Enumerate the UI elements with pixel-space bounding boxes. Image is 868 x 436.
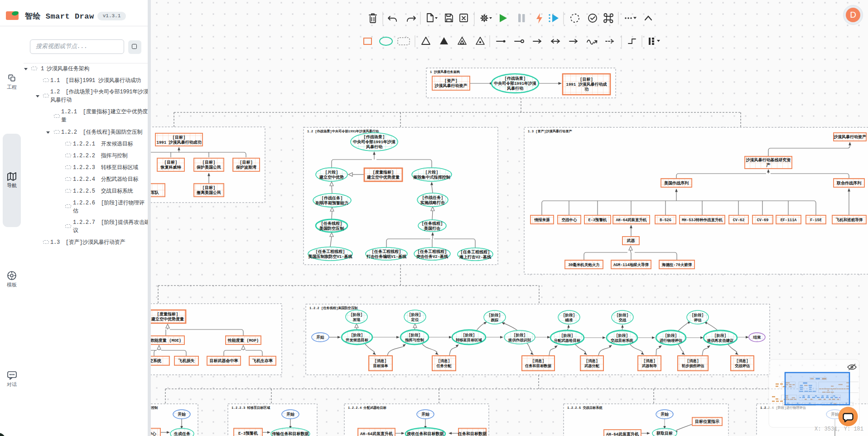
svg-text:开发候选目标: 开发候选目标 xyxy=(345,338,368,342)
svg-text:1.2.2.2 指挥与控制: 1.2.2.2 指挥与控制 xyxy=(151,406,158,410)
svg-text:联合作战序列: 联合作战序列 xyxy=(836,181,861,186)
svg-text:开始: 开始 xyxy=(421,412,429,417)
svg-text:定位: 定位 xyxy=(411,317,419,322)
svg-text:空战中心: 空战中心 xyxy=(151,431,156,436)
svg-text:[资产]: [资产] xyxy=(444,78,458,83)
svg-text:[消息]: [消息] xyxy=(586,358,598,363)
svg-text:[度量指标]: [度量指标] xyxy=(157,312,178,317)
svg-text:传输任务和目标数据: 传输任务和目标数据 xyxy=(272,431,309,436)
svg-text:[目标]: [目标] xyxy=(173,135,186,140)
svg-text:情报来源: 情报来源 xyxy=(534,218,550,223)
svg-text:美国打击: 美国打击 xyxy=(424,226,440,231)
svg-text:1.2.2.5 交战目标系统: 1.2.2.5 交战目标系统 xyxy=(567,406,603,410)
svg-text:[任务线程]: [任务线程] xyxy=(321,221,342,226)
svg-text:打击任务编组V1-基线: 打击任务编组V1-基线 xyxy=(366,254,406,259)
svg-text:建立空中优势: 建立空中优势 xyxy=(319,175,344,180)
svg-text:瞄准: 瞄准 xyxy=(565,318,573,322)
svg-text:[阶段]: [阶段] xyxy=(409,333,421,337)
svg-text:实施战略打击: 实施战略打击 xyxy=(420,200,445,205)
svg-text:[阶段]: [阶段] xyxy=(514,333,526,337)
svg-text:AH-64武装直升机: AH-64武装直升机 xyxy=(606,432,639,436)
svg-text:对话: 对话 xyxy=(7,382,17,388)
svg-text:风暴行动: 风暴行动 xyxy=(366,145,382,150)
svg-text:武器: 武器 xyxy=(627,238,636,243)
svg-text:提供作战识别: 提供作战识别 xyxy=(508,338,531,342)
svg-text:工程: 工程 xyxy=(7,84,17,90)
svg-text:发现: 发现 xyxy=(352,318,361,322)
svg-text:[阶段]: [阶段] xyxy=(351,333,363,337)
svg-text:[阶段]: [阶段] xyxy=(616,333,628,338)
svg-text:[阶段]: [阶段] xyxy=(409,312,421,317)
svg-text:性能度量 (MOP): 性能度量 (MOP) xyxy=(227,338,259,343)
svg-text:[消息]: [消息] xyxy=(532,358,545,363)
svg-text:开始: 开始 xyxy=(177,412,186,417)
svg-text:[作战场景]: [作战场景] xyxy=(505,76,526,81)
svg-text:武器制导: 武器制导 xyxy=(641,363,657,368)
svg-text:中央司令部1991年沙漠: 中央司令部1991年沙漠 xyxy=(353,140,395,145)
svg-text:目标清单: 目标清单 xyxy=(373,363,388,368)
svg-text:1.2.2.4 分配武器给目标: 1.2.2.4 分配武器给目标 xyxy=(348,406,387,410)
svg-text:[目标]: [目标] xyxy=(580,77,593,82)
svg-text:获取目标: 获取目标 xyxy=(656,431,673,436)
svg-text:[目标]: [目标] xyxy=(240,160,253,165)
svg-text:[消息]: [消息] xyxy=(687,358,699,363)
svg-text:1991 沙漠风暴行动成功: 1991 沙漠风暴行动成功 xyxy=(156,140,201,145)
svg-text:沙漠风暴行动基线研究资: 沙漠风暴行动基线研究资 xyxy=(746,157,791,163)
svg-text:[阶段]: [阶段] xyxy=(617,313,629,317)
svg-text:目标位置指示: 目标位置指示 xyxy=(695,419,719,424)
svg-text:削弱早期预警能力: 削弱早期预警能力 xyxy=(315,201,348,206)
svg-text:开始: 开始 xyxy=(316,335,325,340)
svg-text:击败伊拉克军队: 击败伊拉克军队 xyxy=(151,190,159,195)
svg-text:初步损伤评估: 初步损伤评估 xyxy=(681,363,704,368)
svg-text:恢复科威特: 恢复科威特 xyxy=(160,165,182,170)
svg-text:提供再攻击建议: 提供再攻击建议 xyxy=(707,338,734,343)
svg-text:结束: 结束 xyxy=(753,335,762,340)
svg-text:突击任务V2-基线: 突击任务V2-基线 xyxy=(416,254,448,259)
svg-text:[阶段]: [阶段] xyxy=(463,333,475,337)
svg-text:[片段]: [片段] xyxy=(325,170,338,175)
svg-text:开始: 开始 xyxy=(660,412,669,417)
svg-text:[消息]: [消息] xyxy=(643,358,656,363)
svg-text:[目标]: [目标] xyxy=(151,185,151,190)
svg-text:[目标]: [目标] xyxy=(203,185,216,190)
svg-text:X: 3531, Y: 181: X: 3531, Y: 181 xyxy=(815,426,863,432)
svg-text:30毫米机关炮火力: 30毫米机关炮火力 xyxy=(568,262,600,267)
svg-text:飞机和巡航导弹: 飞机和巡航导弹 xyxy=(835,218,863,223)
svg-text:导航: 导航 xyxy=(7,183,17,189)
svg-text:[消息]: [消息] xyxy=(438,358,450,363)
svg-text:美国压制敌防空V1-基线: 美国压制敌防空V1-基线 xyxy=(308,254,352,259)
svg-text:撤离美国公民: 撤离美国公民 xyxy=(196,190,221,195)
svg-text:AH-64武装直升机: AH-64武装直升机 xyxy=(616,218,647,223)
svg-text:1.2 [作战场景]中央司令部1991年沙漠风暴行动: 1.2 [作战场景]中央司令部1991年沙漠风暴行动 xyxy=(307,129,379,133)
svg-text:[度量指标]: [度量指标] xyxy=(373,170,394,175)
svg-text:生成任务: 生成任务 xyxy=(174,431,191,436)
svg-text:MH-53J特种作战直升机: MH-53J特种作战直升机 xyxy=(682,218,723,223)
svg-text:海德拉-70火箭弹: 海德拉-70火箭弹 xyxy=(661,262,692,267)
svg-text:建立空中优势度量: 建立空中优势度量 xyxy=(151,317,184,322)
svg-text:保护美国公民: 保护美国公民 xyxy=(196,165,221,170)
svg-text:开始: 开始 xyxy=(286,412,294,417)
svg-text:[任务工程线程]: [任务工程线程] xyxy=(372,249,401,254)
svg-text:空战中心: 空战中心 xyxy=(562,218,578,223)
svg-text:分配武器给目标: 分配武器给目标 xyxy=(554,338,581,343)
svg-text:[阶段]: [阶段] xyxy=(563,313,575,317)
svg-text:效能度量 (MOE): 效能度量 (MOE) xyxy=(151,338,181,343)
svg-text:1.3 [资产]沙漠风暴行动资产: 1.3 [资产]沙漠风暴行动资产 xyxy=(528,129,573,133)
svg-text:[阶段]: [阶段] xyxy=(489,313,501,317)
svg-text:转移至目标区域: 转移至目标区域 xyxy=(455,338,482,342)
svg-text:[目标]: [目标] xyxy=(203,160,216,165)
svg-text:沙漠风暴行动资产: 沙漠风暴行动资产 xyxy=(833,135,866,140)
svg-text:[阶段]: [阶段] xyxy=(665,333,677,338)
svg-text:交战评估: 交战评估 xyxy=(735,363,750,368)
svg-text:武器分配: 武器分配 xyxy=(584,363,600,368)
svg-text:[阶段]: [阶段] xyxy=(714,333,727,338)
svg-text:[消息]: [消息] xyxy=(375,358,387,363)
svg-text:[作战场景]: [作战场景] xyxy=(364,135,385,140)
svg-text:防空系统: 防空系统 xyxy=(151,358,162,363)
svg-text:任务和目标数据: 任务和目标数据 xyxy=(458,431,487,436)
svg-text:中央司令部1991年沙漠: 中央司令部1991年沙漠 xyxy=(494,81,536,86)
svg-text:交战: 交战 xyxy=(619,318,627,322)
svg-text:任务和目标数据: 任务和目标数据 xyxy=(525,364,552,368)
svg-text:EF-111A: EF-111A xyxy=(781,218,797,223)
svg-text:美国防空压制: 美国防空压制 xyxy=(319,226,344,231)
